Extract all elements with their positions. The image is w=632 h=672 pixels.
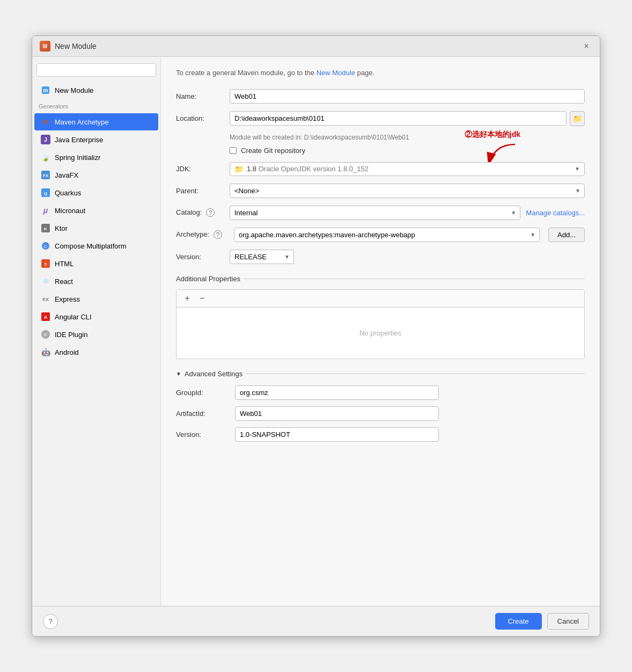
svg-text:Q: Q — [44, 191, 47, 196]
archetype-help-icon[interactable]: ? — [214, 230, 222, 239]
jdk-chevron-icon: ▼ — [575, 166, 580, 172]
ide-icon: P — [41, 330, 50, 339]
sidebar-item-ide[interactable]: P IDE Plugin — [34, 326, 158, 343]
manage-catalogs-link[interactable]: Manage catalogs... — [526, 209, 585, 217]
sidebar-item-html[interactable]: 5 HTML — [34, 255, 158, 272]
je-icon: J — [41, 135, 50, 144]
groupid-label: GroupId: — [176, 389, 235, 397]
react-icon: ⚛ — [41, 276, 50, 286]
svg-text:K: K — [44, 227, 47, 231]
dialog-title: New Module — [55, 42, 97, 50]
sidebar-item-maven-archetype[interactable]: m Maven Archetype — [34, 113, 158, 130]
footer: ? Create Cancel — [32, 606, 600, 636]
svg-text:5: 5 — [45, 262, 47, 266]
generators-label: Generators — [32, 101, 160, 113]
catalog-help-icon[interactable]: ? — [206, 208, 215, 217]
catalog-select[interactable]: Internal — [230, 206, 520, 220]
sidebar-item-label-javafx: JavaFX — [55, 171, 78, 179]
title-bar-left: M New Module — [40, 41, 97, 52]
title-bar: M New Module × — [32, 36, 600, 57]
sidebar-item-label-micronaut: Micronaut — [55, 207, 85, 215]
version-select[interactable]: RELEASE — [230, 250, 294, 264]
new-module-link[interactable]: New Module — [317, 69, 355, 77]
jdk-label: JDK: — [176, 165, 230, 173]
sidebar-item-quarkus[interactable]: Q Quarkus — [34, 184, 158, 201]
sidebar-item-micronaut[interactable]: μ Micronaut — [34, 202, 158, 219]
sidebar-item-label-new-module: New Module — [55, 86, 93, 94]
advanced-settings-section: ▼ Advanced Settings GroupId: ArtifactId:… — [176, 370, 585, 442]
sidebar-item-label-html: HTML — [55, 260, 74, 268]
remove-property-button[interactable]: − — [197, 293, 208, 304]
android-icon: 🤖 — [41, 347, 50, 357]
javafx-icon: FX — [41, 170, 50, 180]
add-button[interactable]: Add... — [548, 228, 585, 242]
no-properties-label: No properties — [177, 308, 584, 359]
git-checkbox[interactable] — [230, 147, 237, 154]
props-toolbar: + − — [177, 290, 584, 308]
location-input[interactable] — [230, 111, 567, 126]
artifactid-label: ArtifactId: — [176, 410, 235, 418]
adv-version-input[interactable] — [235, 427, 439, 442]
name-input[interactable] — [230, 89, 585, 104]
app-icon: M — [40, 41, 50, 52]
advanced-toggle[interactable]: ▼ Advanced Settings — [176, 370, 585, 378]
sidebar-item-label-compose: Compose Multiplatform — [55, 242, 127, 250]
sidebar-item-label-ide: IDE Plugin — [55, 331, 87, 339]
cancel-button[interactable]: Cancel — [547, 613, 589, 630]
location-input-group: 📁 — [230, 111, 585, 126]
name-row: Name: — [176, 89, 585, 104]
sidebar-item-javafx[interactable]: FX JavaFX — [34, 166, 158, 184]
browse-button[interactable]: 📁 — [570, 111, 585, 126]
sidebar-item-spring[interactable]: 🍃 Spring Initializr — [34, 149, 158, 166]
maven-icon: m — [41, 117, 50, 127]
sidebar-item-react[interactable]: ⚛ React — [34, 273, 158, 290]
close-button[interactable]: × — [580, 40, 592, 52]
sidebar-item-ktor[interactable]: K Ktor — [34, 220, 158, 237]
svg-text:FX: FX — [43, 173, 49, 178]
sidebar-item-express[interactable]: ex Express — [34, 290, 158, 308]
sidebar-item-label-react: React — [55, 277, 73, 286]
artifactid-input[interactable] — [235, 406, 439, 421]
compose-icon: C — [41, 241, 50, 251]
section-divider — [244, 279, 585, 279]
help-button[interactable]: ? — [43, 614, 58, 629]
svg-text:m: m — [43, 87, 48, 93]
content-area: m New Module Generators m Maven Archetyp… — [32, 57, 600, 606]
new-module-dialog: M New Module × m New Module Generators m… — [32, 35, 600, 637]
micronaut-icon: μ — [41, 206, 50, 215]
additional-properties-section: Additional Properties — [176, 275, 585, 283]
adv-version-row: Version: — [176, 427, 585, 442]
quarkus-icon: Q — [41, 188, 50, 198]
sidebar-item-compose[interactable]: C Compose Multiplatform — [34, 237, 158, 254]
jdk-row: JDK: 📁 1.8 Oracle OpenJDK version 1.8.0_… — [176, 162, 585, 176]
catalog-row: Catalog: ? Internal ▼ Manage catalogs... — [176, 206, 585, 220]
sidebar-item-new-module[interactable]: m New Module — [34, 82, 158, 99]
sidebar-item-label-quarkus: Quarkus — [55, 189, 81, 197]
git-label: Create Git repository — [241, 147, 305, 155]
sidebar: m New Module Generators m Maven Archetyp… — [32, 57, 161, 606]
angular-icon: A — [41, 312, 50, 322]
archetype-select[interactable]: org.apache.maven.archetypes:maven-archet… — [234, 228, 540, 242]
ktor-icon: K — [41, 223, 50, 233]
info-text: To create a general Maven module, go to … — [176, 68, 585, 78]
search-input[interactable] — [36, 63, 156, 77]
adv-version-label: Version: — [176, 430, 235, 439]
footer-actions: Create Cancel — [495, 613, 590, 630]
properties-container: + − No properties — [176, 289, 585, 359]
jdk-dropdown[interactable]: 📁 1.8 Oracle OpenJDK version 1.8.0_152 ▼ — [230, 162, 585, 176]
name-label: Name: — [176, 92, 230, 100]
version-dropdown-group: RELEASE ▼ — [230, 250, 294, 264]
sidebar-item-label-express: Express — [55, 295, 80, 303]
jdk-folder-icon: 📁 — [234, 165, 244, 173]
sidebar-item-angular[interactable]: A Angular CLI — [34, 308, 158, 325]
svg-text:P: P — [44, 332, 47, 338]
jdk-version-text: 1.8 Oracle OpenJDK version 1.8.0_152 — [247, 165, 571, 173]
sidebar-item-java-enterprise[interactable]: J Java Enterprise — [34, 131, 158, 148]
create-button[interactable]: Create — [495, 613, 542, 630]
add-property-button[interactable]: + — [182, 293, 193, 304]
sidebar-item-android[interactable]: 🤖 Android — [34, 344, 158, 361]
express-icon: ex — [41, 294, 50, 304]
parent-select[interactable]: <None> — [230, 184, 585, 198]
groupid-input[interactable] — [235, 385, 439, 400]
sidebar-item-label-spring: Spring Initializr — [55, 154, 100, 162]
